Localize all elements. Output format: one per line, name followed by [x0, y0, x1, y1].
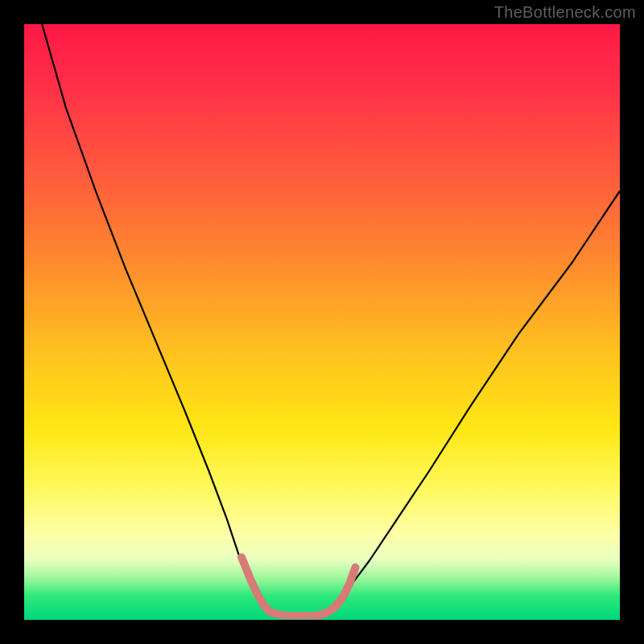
- chart-frame: TheBottleneck.com: [0, 0, 644, 644]
- series-marker-band-right: [316, 568, 356, 616]
- series-main-curve: [42, 24, 620, 616]
- series-marker-band-left: [242, 557, 282, 615]
- plot-area: [24, 24, 620, 620]
- watermark-text: TheBottleneck.com: [494, 3, 636, 22]
- curve-layer: [24, 24, 620, 620]
- series-marker-band-bottom: [282, 615, 316, 616]
